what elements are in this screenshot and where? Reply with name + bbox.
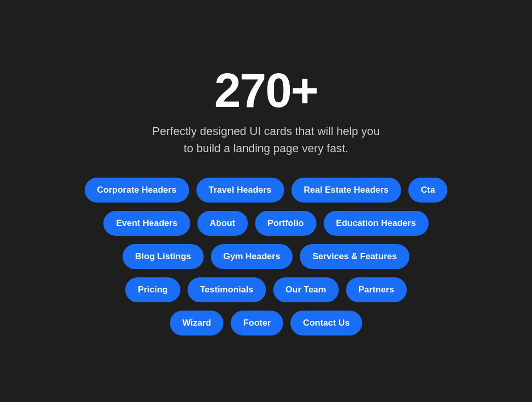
tags-container: Corporate HeadersTravel HeadersReal Esta…: [17, 178, 515, 336]
tag-cta[interactable]: Cta: [408, 178, 447, 203]
hero-subtitle: Perfectly designed UI cards that will he…: [152, 123, 380, 157]
hero-subtitle-line1: Perfectly designed UI cards that will he…: [152, 125, 380, 138]
tag-services-features[interactable]: Services & Features: [300, 244, 409, 269]
hero-section: 270+ Perfectly designed UI cards that wi…: [152, 66, 380, 157]
tag-pricing[interactable]: Pricing: [125, 277, 180, 302]
tag-footer[interactable]: Footer: [231, 311, 283, 336]
tag-wizard[interactable]: Wizard: [170, 311, 224, 336]
tag-corporate-headers[interactable]: Corporate Headers: [85, 178, 189, 203]
tag-row-row4: PricingTestimonialsOur TeamPartners: [125, 277, 406, 302]
tag-education-headers[interactable]: Education Headers: [324, 211, 429, 236]
tag-partners[interactable]: Partners: [346, 277, 407, 302]
hero-subtitle-line2: to build a landing page very fast.: [184, 142, 349, 155]
tag-testimonials[interactable]: Testimonials: [188, 277, 266, 302]
tag-row-row1: Corporate HeadersTravel HeadersReal Esta…: [85, 178, 448, 203]
tag-travel-headers[interactable]: Travel Headers: [196, 178, 284, 203]
tag-row-row3: Blog ListingsGym HeadersServices & Featu…: [123, 244, 409, 269]
tag-blog-listings[interactable]: Blog Listings: [123, 244, 204, 269]
tag-event-headers[interactable]: Event Headers: [103, 211, 190, 236]
tag-portfolio[interactable]: Portfolio: [255, 211, 316, 236]
tag-row-row5: WizardFooterContact Us: [170, 311, 362, 336]
tag-about[interactable]: About: [197, 211, 248, 236]
tag-gym-headers[interactable]: Gym Headers: [211, 244, 293, 269]
tag-real-estate-headers[interactable]: Real Estate Headers: [291, 178, 401, 203]
tag-contact-us[interactable]: Contact Us: [290, 311, 362, 336]
tag-our-team[interactable]: Our Team: [273, 277, 339, 302]
hero-number: 270+: [214, 66, 317, 114]
tag-row-row2: Event HeadersAboutPortfolioEducation Hea…: [103, 211, 428, 236]
